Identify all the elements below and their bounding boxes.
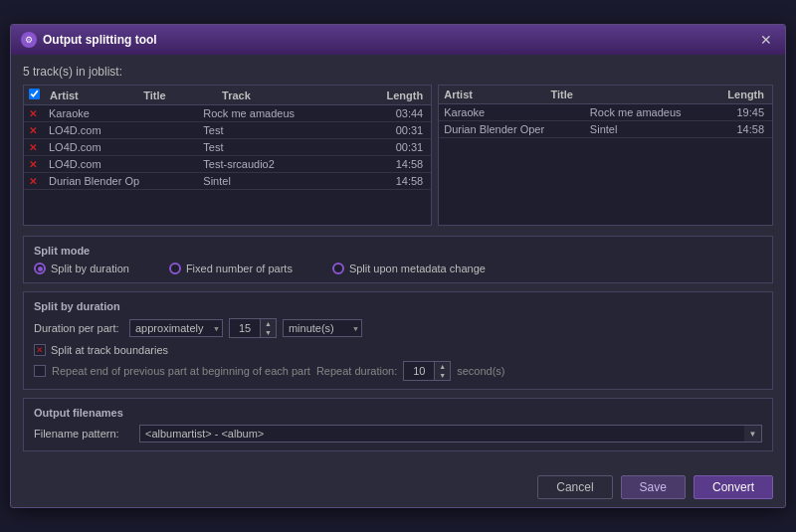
split-at-track-row: ✕ Split at track boundaries: [34, 344, 762, 356]
row-checkbox-cell: ✕: [24, 105, 44, 122]
radio-label-duration: Split by duration: [51, 263, 129, 274]
left-table-row[interactable]: ✕ LO4D.com Test-srcaudio2 14:58: [24, 156, 431, 173]
row-length: 00:31: [369, 139, 431, 156]
tables-row: Artist Title Track Length ✕ Karaoke Ro: [23, 85, 773, 226]
row-track: [354, 173, 369, 190]
x-mark: ✕: [29, 142, 37, 153]
repeat-value-input[interactable]: 10: [404, 362, 434, 380]
row-track: [354, 139, 369, 156]
duration-spin-down[interactable]: ▼: [261, 328, 276, 337]
row-artist-r: Durian Blender Oper: [439, 121, 585, 138]
right-table-body: Karaoke Rock me amadeus 19:45 Durian Ble…: [439, 104, 772, 224]
repeat-value-wrapper: 10 ▲ ▼: [403, 361, 451, 381]
title-bar-left: ⚙ Output splitting tool: [21, 32, 157, 48]
row-checkbox-cell: ✕: [24, 122, 44, 139]
left-table: Artist Title Track Length ✕ Karaoke Ro: [23, 85, 432, 226]
radio-fixed-parts[interactable]: Fixed number of parts: [169, 263, 293, 274]
row-title: Sintel: [198, 173, 353, 190]
row-artist: LO4D.com: [44, 139, 198, 156]
x-mark: ✕: [29, 108, 37, 119]
title-bar: ⚙ Output splitting tool ✕: [11, 25, 785, 55]
col-checkbox: [24, 86, 45, 105]
col-length: Length: [310, 86, 431, 105]
row-length-r: 14:58: [718, 121, 772, 138]
row-artist-r: Karaoke: [439, 104, 585, 121]
row-artist: LO4D.com: [44, 122, 198, 139]
row-length-r: 19:45: [718, 104, 772, 121]
approximately-wrapper: approximately exactly ▼: [129, 319, 223, 337]
repeat-duration-label: Repeat duration:: [316, 365, 397, 377]
duration-value-input-wrapper: 15 ▲ ▼: [229, 318, 277, 338]
row-artist: Durian Blender Op: [44, 173, 198, 190]
row-length: 00:31: [369, 122, 431, 139]
save-button[interactable]: Save: [621, 475, 686, 499]
row-checkbox-cell: ✕: [24, 139, 44, 156]
filename-dropdown-btn[interactable]: ▼: [744, 425, 762, 443]
output-splitting-window: ⚙ Output splitting tool ✕ 5 track(s) in …: [10, 24, 786, 508]
left-table-row[interactable]: ✕ Karaoke Rock me amadeus 03:44: [24, 105, 431, 122]
duration-spinners: ▲ ▼: [260, 319, 276, 337]
row-title: Test: [198, 122, 353, 139]
split-mode-label: Split mode: [34, 245, 762, 257]
col-artist: Artist: [45, 86, 138, 105]
close-button[interactable]: ✕: [757, 31, 775, 49]
split-duration-section: Split by duration Duration per part: app…: [23, 291, 773, 390]
unit-select[interactable]: minute(s) second(s) hour(s): [283, 319, 362, 337]
duration-value-input[interactable]: 15: [230, 319, 260, 337]
radio-split-duration[interactable]: Split by duration: [34, 263, 129, 274]
cancel-button[interactable]: Cancel: [537, 475, 612, 499]
left-table-row[interactable]: ✕ LO4D.com Test 00:31: [24, 122, 431, 139]
duration-per-part-label: Duration per part:: [34, 322, 123, 334]
row-title: Test-srcaudio2: [198, 156, 353, 173]
repeat-spinners: ▲ ▼: [434, 362, 450, 380]
output-filenames-label: Output filenames: [34, 407, 762, 419]
split-mode-options: Split by duration Fixed number of parts …: [34, 263, 762, 274]
radio-btn-duration: [34, 263, 46, 274]
radio-metadata[interactable]: Split upon metadata change: [332, 263, 486, 274]
row-title-r: Rock me amadeus: [585, 104, 719, 121]
row-checkbox-cell: ✕: [24, 156, 44, 173]
col-length-r: Length: [635, 86, 772, 104]
row-length: 14:58: [369, 173, 431, 190]
unit-wrapper: minute(s) second(s) hour(s) ▼: [283, 319, 362, 337]
window-icon: ⚙: [21, 32, 37, 48]
repeat-spin-up[interactable]: ▲: [435, 362, 450, 371]
filename-input-wrapper: ▼: [139, 425, 762, 443]
radio-label-fixed: Fixed number of parts: [186, 263, 293, 274]
main-content: 5 track(s) in joblist: Artist Title Trac…: [11, 55, 785, 469]
radio-btn-metadata: [332, 263, 344, 274]
duration-spin-up[interactable]: ▲: [261, 319, 276, 328]
window-title: Output splitting tool: [43, 33, 157, 47]
duration-per-part-row: Duration per part: approximately exactly…: [34, 318, 762, 338]
filename-pattern-label: Filename pattern:: [34, 428, 133, 440]
repeat-spin-down[interactable]: ▼: [435, 371, 450, 380]
left-table-row[interactable]: ✕ Durian Blender Op Sintel 14:58: [24, 173, 431, 190]
split-mode-section: Split mode Split by duration Fixed numbe…: [23, 236, 773, 283]
left-table-body: ✕ Karaoke Rock me amadeus 03:44 ✕ LO4D.c…: [24, 105, 431, 225]
filename-input[interactable]: [139, 425, 762, 443]
split-at-track-checkbox[interactable]: ✕: [34, 344, 46, 356]
approximately-select[interactable]: approximately exactly: [129, 319, 223, 337]
convert-button[interactable]: Convert: [694, 475, 773, 499]
filename-row: Filename pattern: ▼: [34, 425, 762, 443]
row-title: Rock me amadeus: [198, 105, 353, 122]
select-all-checkbox[interactable]: [29, 89, 40, 99]
col-title: Title: [138, 86, 217, 105]
left-table-row[interactable]: ✕ LO4D.com Test 00:31: [24, 139, 431, 156]
right-table-row[interactable]: Durian Blender Oper Sintel 14:58: [439, 121, 772, 138]
row-track: [354, 122, 369, 139]
row-length: 03:44: [369, 105, 431, 122]
row-checkbox-cell: ✕: [24, 173, 44, 190]
row-title: Test: [198, 139, 353, 156]
repeat-row: Repeat end of previous part at beginning…: [34, 361, 762, 381]
repeat-checkbox[interactable]: [34, 365, 46, 377]
split-at-track-label: Split at track boundaries: [51, 344, 168, 356]
split-duration-label: Split by duration: [34, 300, 762, 312]
output-filenames-section: Output filenames Filename pattern: ▼: [23, 398, 773, 451]
left-table-header: Artist Title Track Length: [24, 86, 431, 105]
radio-btn-fixed: [169, 263, 181, 274]
row-track: [354, 105, 369, 122]
right-table-header: Artist Title Length: [439, 86, 772, 104]
repeat-label: Repeat end of previous part at beginning…: [52, 365, 310, 377]
right-table-row[interactable]: Karaoke Rock me amadeus 19:45: [439, 104, 772, 121]
